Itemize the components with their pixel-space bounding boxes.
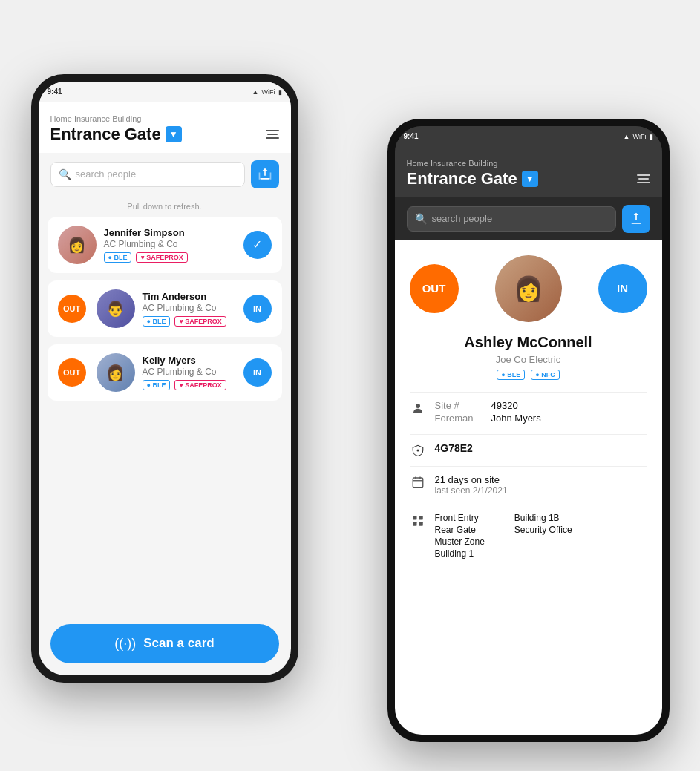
action-in-tim[interactable]: IN: [243, 295, 272, 323]
person-info-tim: Tim Anderson AC Plumbing & Co ● BLE ♥ SA…: [143, 291, 236, 327]
scan-card-label: Scan a card: [143, 636, 214, 651]
phone2-status-bar: 9:41 ▲ WiFi ▮: [395, 126, 662, 147]
foreman-row: Foreman John Myers: [435, 413, 647, 424]
tag-code-value: 4G78E2: [435, 442, 473, 454]
avatar-initials-kelly: 👩: [106, 364, 125, 381]
tag-icon: [410, 444, 426, 457]
zone-security-office: Security Office: [514, 525, 572, 535]
wifi-status-icon: WiFi: [262, 88, 275, 96]
detail-person-company: Joe Co Electric: [410, 354, 647, 365]
search-icon-2: 🔍: [415, 213, 428, 225]
svg-rect-0: [260, 178, 269, 180]
site-foreman-row: Site # 49320 Foreman John Myers: [410, 400, 647, 425]
profile-row: OUT 👩 IN: [410, 255, 647, 322]
phone2-search-box[interactable]: 🔍 search people: [407, 206, 616, 232]
avatar-tim: 👨: [97, 289, 135, 328]
upload-icon: [258, 167, 272, 182]
person-company-kelly: AC Plumbing & Co: [143, 367, 236, 377]
detail-person-tags: ● BLE ● NFC: [410, 370, 647, 380]
divider-3: [410, 466, 647, 467]
phone2-search-row: 🔍 search people: [395, 197, 662, 240]
zone-rear-gate: Rear Gate: [435, 525, 485, 535]
phone2-gate-label: Entrance Gate: [407, 169, 517, 188]
phone2-search-placeholder: search people: [432, 213, 493, 224]
svg-rect-10: [413, 522, 416, 525]
battery-icon: ▮: [278, 88, 282, 96]
detail-avatar: 👩: [495, 255, 562, 322]
phone1-status-icons: ▲ WiFi ▮: [252, 88, 282, 96]
person-name-jennifer: Jennifer Simpson: [104, 227, 236, 238]
filter-line-3: [266, 137, 279, 139]
svg-point-3: [416, 449, 419, 451]
tag-safeprox-jennifer: ♥ SAFEPROX: [136, 252, 187, 263]
signal-icon-2: ▲: [624, 133, 630, 140]
person-card-tim[interactable]: OUT 👨 Tim Anderson AC Plumbing & Co ● BL…: [48, 280, 282, 337]
zone-front-entry: Front Entry: [435, 513, 485, 523]
site-row: Site # 49320: [435, 400, 647, 411]
person-field-icon: [410, 401, 426, 415]
phone2-app-header: Home Insurance Building Entrance Gate ▼: [395, 147, 662, 197]
zones-right: Building 1B Security Office: [514, 513, 572, 559]
action-in-kelly[interactable]: IN: [243, 358, 272, 387]
avatar-initials-tim: 👨: [106, 300, 125, 318]
site-label: Site #: [435, 400, 480, 411]
phone1-gate-chevron[interactable]: ▼: [166, 126, 182, 142]
search-icon: 🔍: [59, 168, 71, 180]
phone1-status-bar: 9:41 ▲ WiFi ▮: [39, 82, 291, 102]
scan-card-button[interactable]: ((·)) Scan a card: [50, 624, 279, 663]
in-button-large[interactable]: IN: [598, 264, 647, 313]
zones-left: Front Entry Rear Gate Muster Zone Buildi…: [435, 513, 485, 559]
person-tags-jennifer: ● BLE ♥ SAFEPROX: [104, 252, 236, 263]
phone2-gate-row: Entrance Gate ▼: [407, 169, 650, 188]
out-button-large[interactable]: OUT: [410, 264, 459, 313]
phones-container: 9:41 ▲ WiFi ▮ Home Insurance Building En…: [31, 45, 670, 727]
phone1-search-placeholder: search people: [76, 168, 137, 180]
filter-line-2: [267, 134, 278, 135]
tag-nfc-ashley: ● NFC: [531, 370, 559, 380]
phone1-gate-label: Entrance Gate: [50, 125, 161, 144]
tag-ble-ashley: ● BLE: [497, 370, 525, 380]
zones-data: Front Entry Rear Gate Muster Zone Buildi…: [435, 513, 572, 559]
zone-muster: Muster Zone: [435, 537, 485, 547]
phone1-time: 9:41: [48, 88, 62, 96]
action-check-jennifer[interactable]: ✓: [243, 231, 272, 259]
svg-rect-4: [413, 478, 423, 488]
phone1-gate-row: Entrance Gate ▼: [50, 125, 279, 144]
calendar-field-icon: [411, 476, 425, 489]
phone1-people-list: 👩 Jennifer Simpson AC Plumbing & Co ● BL…: [39, 217, 291, 615]
avatar-jennifer: 👩: [58, 226, 97, 264]
person-card-jennifer[interactable]: 👩 Jennifer Simpson AC Plumbing & Co ● BL…: [48, 217, 282, 273]
person-tags-tim: ● BLE ♥ SAFEPROX: [143, 316, 236, 327]
calendar-icon: [410, 476, 426, 489]
site-value: 49320: [491, 400, 518, 411]
detail-person-name: Ashley McConnell: [410, 334, 647, 351]
out-badge-tim[interactable]: OUT: [58, 295, 86, 323]
foreman-label: Foreman: [435, 413, 480, 424]
phone2-building-label: Home Insurance Building: [407, 159, 650, 168]
tag-ble-jennifer: ● BLE: [104, 252, 132, 263]
zones-icon: [410, 514, 426, 528]
person-company-tim: AC Plumbing & Co: [143, 303, 236, 313]
phone-1-frame: 9:41 ▲ WiFi ▮ Home Insurance Building En…: [31, 74, 298, 683]
avatar-kelly: 👩: [97, 353, 135, 392]
filter-line-2-2: [638, 178, 649, 180]
person-info-kelly: Kelly Myers AC Plumbing & Co ● BLE ♥ SAF…: [143, 355, 236, 390]
tag-ble-kelly: ● BLE: [143, 380, 171, 390]
phone1-filter-icon[interactable]: [266, 130, 279, 139]
phone1-search-box[interactable]: 🔍 search people: [50, 162, 245, 187]
chevron-down-icon: ▼: [169, 129, 178, 140]
out-badge-kelly[interactable]: OUT: [58, 358, 86, 387]
pull-refresh-label: Pull down to refresh.: [39, 196, 291, 217]
phone1-scan-button[interactable]: [251, 160, 279, 188]
phone2-status-icons: ▲ WiFi ▮: [624, 133, 653, 140]
phone1-building-label: Home Insurance Building: [50, 114, 279, 123]
phone2-scan-button[interactable]: [622, 205, 650, 233]
avatar-initials: 👩: [68, 236, 86, 254]
person-card-kelly[interactable]: OUT 👩 Kelly Myers AC Plumbing & Co ● BLE…: [48, 344, 282, 401]
phone2-filter-icon[interactable]: [637, 174, 650, 183]
zone-building1b: Building 1B: [514, 513, 572, 523]
svg-rect-8: [413, 516, 416, 519]
phone2-gate-chevron[interactable]: ▼: [522, 171, 538, 187]
divider-1: [410, 392, 647, 393]
days-row: 21 days on site last seen 2/1/2021: [410, 474, 647, 496]
